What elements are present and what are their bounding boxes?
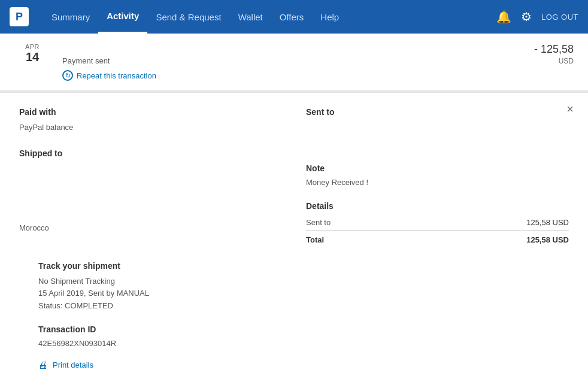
- sent-to-section: Sent to: [306, 107, 569, 149]
- transaction-name-redacted: [62, 43, 170, 53]
- shipped-to-value: Morocco: [19, 163, 282, 235]
- sent-to-value: [306, 122, 569, 149]
- details-sent-amount: 125,58 USD: [484, 216, 569, 231]
- addr-line2-redacted: [19, 178, 121, 187]
- txn-id-label: Transaction ID: [38, 325, 550, 334]
- paid-with-section: Paid with PayPal balance: [19, 107, 282, 134]
- paid-with-value: PayPal balance: [19, 122, 282, 134]
- repeat-label: Repeat this transaction: [77, 71, 156, 80]
- date-column: APR 14: [14, 43, 50, 64]
- amount-currency: USD: [502, 57, 574, 65]
- nav-activity[interactable]: Activity: [98, 0, 147, 34]
- print-icon: 🖨: [38, 360, 48, 371]
- transaction-row: APR 14 Payment sent ↻ Repeat this transa…: [0, 34, 588, 91]
- detail-panel: × Paid with PayPal balance Shipped to: [0, 92, 588, 388]
- sent-to-email-redacted: [306, 137, 408, 146]
- note-label: Note: [306, 163, 569, 173]
- nav-summary[interactable]: Summary: [43, 0, 98, 34]
- repeat-icon: ↻: [62, 70, 73, 81]
- nav-send-request[interactable]: Send & Request: [147, 0, 229, 34]
- addr-line3-redacted: [19, 192, 73, 202]
- transaction-info: Payment sent ↻ Repeat this transaction: [62, 43, 502, 81]
- amount-value: - 125,58: [502, 43, 574, 56]
- nav-offers[interactable]: Offers: [271, 0, 313, 34]
- txn-id-value: 42E56982XN093014R: [38, 339, 550, 348]
- date-month: APR: [14, 43, 50, 50]
- details-section: Details Sent to 125,58 USD Total 125,58 …: [306, 201, 569, 247]
- transaction-status: Payment sent: [62, 56, 502, 65]
- track-label: Track your shipment: [38, 261, 550, 271]
- detail-grid: Paid with PayPal balance Shipped to Moro…: [19, 107, 569, 261]
- details-table: Sent to 125,58 USD Total 125,58 USD: [306, 216, 569, 247]
- details-total-label: Total: [306, 230, 484, 247]
- track-value: No Shipment Tracking: [38, 275, 550, 288]
- paypal-logo: P: [10, 7, 29, 26]
- addr-country: Morocco: [19, 222, 282, 235]
- bottom-section: Track your shipment No Shipment Tracking…: [19, 261, 569, 385]
- details-sent-row: Sent to 125,58 USD: [306, 216, 569, 231]
- nav-links: Summary Activity Send & Request Wallet O…: [43, 0, 496, 34]
- paid-with-label: Paid with: [19, 107, 282, 117]
- print-details-link[interactable]: 🖨 Print details: [38, 360, 550, 371]
- sent-to-name-redacted: [306, 122, 390, 131]
- nav-wallet[interactable]: Wallet: [230, 0, 271, 34]
- shipped-to-label: Shipped to: [19, 148, 282, 158]
- date-day: 14: [14, 50, 50, 64]
- track-section: Track your shipment No Shipment Tracking…: [38, 261, 550, 313]
- repeat-transaction-link[interactable]: ↻ Repeat this transaction: [62, 70, 502, 81]
- details-total-amount: 125,58 USD: [484, 230, 569, 247]
- print-label: Print details: [53, 360, 93, 369]
- note-value: Money Received !: [306, 178, 569, 187]
- track-date: 15 April 2019, Sent by MANUAL: [38, 287, 550, 300]
- sent-to-label: Sent to: [306, 107, 569, 117]
- addr-line1-redacted: [19, 163, 97, 172]
- note-section: Note Money Received !: [306, 163, 569, 187]
- logo: P: [10, 7, 29, 26]
- nav-help[interactable]: Help: [312, 0, 347, 34]
- details-label: Details: [306, 201, 569, 211]
- logout-button[interactable]: LOG OUT: [541, 13, 578, 22]
- close-button[interactable]: ×: [566, 102, 574, 116]
- track-status: Status: COMPLETED: [38, 300, 550, 313]
- notification-icon[interactable]: 🔔: [496, 10, 511, 24]
- details-total-row: Total 125,58 USD: [306, 230, 569, 247]
- main-content: APR 14 Payment sent ↻ Repeat this transa…: [0, 34, 588, 388]
- navbar-right: 🔔 ⚙ LOG OUT: [496, 10, 578, 24]
- addr-line4-redacted: [19, 207, 55, 217]
- settings-icon[interactable]: ⚙: [521, 10, 532, 24]
- shipped-to-section: Shipped to Morocco: [19, 148, 282, 235]
- details-sent-label: Sent to: [306, 216, 484, 231]
- txn-id-section: Transaction ID 42E56982XN093014R: [38, 325, 550, 348]
- transaction-amount: - 125,58 USD: [502, 43, 574, 65]
- details-sent-name-redacted: [335, 218, 395, 228]
- navbar: P Summary Activity Send & Request Wallet…: [0, 0, 588, 34]
